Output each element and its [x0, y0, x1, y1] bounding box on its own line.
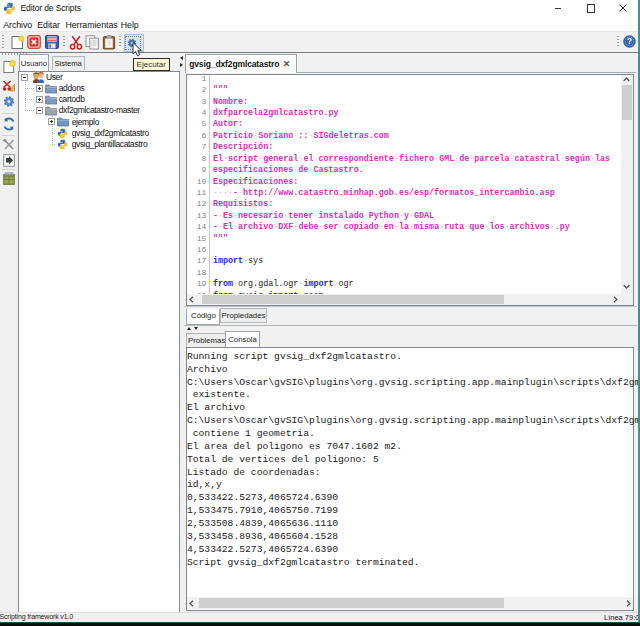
- svg-text:?: ?: [626, 37, 631, 46]
